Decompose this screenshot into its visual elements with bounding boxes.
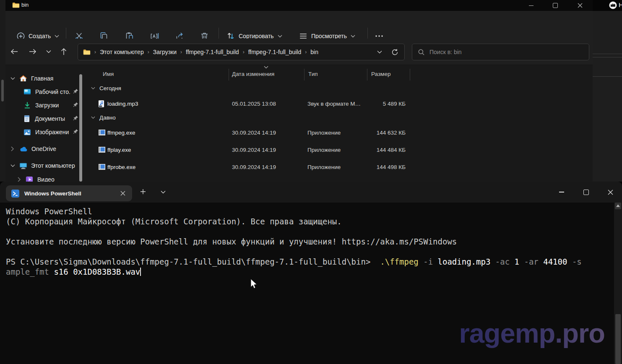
explorer-address-row: › Этот компьютер › Загрузки › ffmpeg-7.1…	[5, 39, 593, 65]
background-window-right	[593, 0, 622, 182]
chevron-down-icon	[351, 35, 355, 38]
pin-icon	[73, 115, 78, 121]
file-row-ffprobe-exe[interactable]: ffprobe.exe 30.09.2024 14:19 Приложение …	[5, 162, 500, 174]
file-date: 05.01.2025 13:08	[232, 101, 276, 107]
file-explorer-window: bin Создать	[5, 0, 593, 182]
terminal-scrollbar[interactable]	[614, 203, 622, 364]
folder-icon	[12, 2, 20, 8]
explorer-close-button[interactable]	[572, 1, 588, 10]
new-tab-button[interactable]	[140, 189, 146, 195]
document-icon	[23, 115, 30, 122]
breadcrumb-separator: ›	[144, 49, 153, 55]
terminal-minimize-button[interactable]	[552, 186, 571, 198]
file-name: ffplay.exe	[107, 147, 131, 153]
file-name: loading.mp3	[107, 101, 138, 107]
explorer-body: Главная Рабочий сто. Загрузки	[5, 65, 593, 182]
terminal-tab-bar: Windows PowerShell	[0, 182, 622, 203]
sidebar-label-desktop: Рабочий сто.	[35, 88, 70, 95]
explorer-minimize-button[interactable]	[523, 1, 539, 10]
up-button[interactable]	[57, 44, 71, 59]
breadcrumb-bin[interactable]: bin	[310, 49, 318, 55]
explorer-tab-strip: bin	[5, 0, 593, 11]
exe-file-icon	[98, 129, 106, 136]
explorer-command-bar: Создать	[5, 11, 593, 39]
terminal-line-update-notice: Установите последнюю версию PowerShell д…	[6, 237, 457, 247]
file-date: 30.09.2024 14:19	[232, 164, 276, 170]
terminal-line-banner2: (C) Корпорация Майкрософт (Microsoft Cor…	[6, 216, 342, 226]
breadcrumb-separator: ›	[91, 49, 100, 55]
file-size: 144 498 КБ	[330, 164, 406, 170]
sidebar-label-documents: Документы	[35, 115, 65, 122]
breadcrumb-separator: ›	[301, 49, 310, 55]
watermark: ragemp.pro	[459, 317, 605, 349]
chevron-down-icon	[91, 87, 95, 90]
breadcrumb-ffmpeg-build[interactable]: ffmpeg-7.1-full_build	[186, 49, 239, 55]
search-box[interactable]	[412, 44, 589, 60]
command-ffmpeg: .\ffmpeg	[375, 257, 419, 266]
explorer-maximize-button[interactable]	[547, 1, 564, 10]
sidebar-item-home[interactable]: Главная	[5, 72, 83, 85]
background-scrollbar-fragment	[1, 80, 4, 101]
scrollbar-thumb[interactable]	[615, 314, 621, 364]
background-titlebar-right: а Н	[593, 0, 622, 11]
terminal-tab-powershell[interactable]: Windows PowerShell	[6, 185, 132, 201]
address-dropdown-chevron[interactable]	[377, 50, 382, 54]
mouse-cursor	[250, 278, 260, 290]
scroll-up-button[interactable]	[615, 203, 621, 209]
file-name: ffprobe.exe	[107, 164, 135, 170]
column-header-size[interactable]: Размер	[371, 70, 390, 78]
prompt-text: PS C:\Users\Sigma\Downloads\ffmpeg-7.1-f…	[6, 257, 375, 266]
column-header-type[interactable]: Тип	[308, 70, 318, 78]
chevron-down-icon	[55, 35, 59, 38]
refresh-icon[interactable]	[391, 49, 398, 56]
desktop-icon	[23, 88, 31, 96]
column-header-name[interactable]: Имя	[103, 70, 114, 78]
file-row-ffmpeg-exe[interactable]: ffmpeg.exe 30.09.2024 14:19 Приложение 1…	[5, 127, 500, 139]
search-input[interactable]	[429, 48, 589, 56]
terminal-tab-title: Windows PowerShell	[24, 190, 81, 197]
terminal-maximize-button[interactable]	[577, 186, 595, 198]
breadcrumb-downloads[interactable]: Загрузки	[153, 49, 177, 55]
group-header-long-ago[interactable]: Давно	[91, 114, 116, 121]
terminal-close-button[interactable]	[601, 186, 619, 198]
file-size: 144 484 КБ	[330, 147, 406, 153]
recent-locations-chevron[interactable]	[42, 44, 56, 59]
tab-close-icon[interactable]	[120, 191, 125, 196]
tab-dropdown-chevron[interactable]	[161, 190, 166, 194]
group-header-today[interactable]: Сегодня	[91, 85, 121, 91]
file-date: 30.09.2024 14:19	[232, 147, 276, 153]
sidebar-item-documents[interactable]: Документы	[5, 112, 83, 125]
folder-icon	[83, 49, 91, 55]
breadcrumb-ffmpeg-build-2[interactable]: ffmpeg-7.1-full_build	[248, 49, 302, 55]
column-header-date[interactable]: Дата изменения	[232, 70, 274, 78]
exe-file-icon	[98, 146, 106, 153]
mp3-file-icon	[98, 100, 104, 108]
chevron-down-icon[interactable]	[10, 77, 15, 80]
back-button[interactable]	[7, 44, 21, 59]
browser-logo-icon[interactable]	[609, 1, 617, 9]
sidebar-item-desktop[interactable]: Рабочий сто.	[5, 86, 83, 98]
forward-button[interactable]	[26, 44, 40, 59]
text-cursor	[140, 268, 141, 276]
terminal-line-banner1: Windows PowerShell	[6, 206, 92, 216]
powershell-icon	[11, 190, 19, 198]
background-window-left-edge	[0, 0, 5, 182]
breadcrumb-this-pc[interactable]: Этот компьютер	[100, 49, 144, 55]
exe-file-icon	[98, 164, 106, 170]
terminal-line-wrapped: ample_fmt s16 0x1D083B3B.wav	[6, 267, 141, 277]
sidebar-label-home: Главная	[31, 75, 53, 82]
chevron-down-icon	[91, 116, 95, 119]
file-date: 30.09.2024 14:19	[232, 130, 276, 136]
explorer-tab-title[interactable]: bin	[21, 2, 29, 8]
file-size: 5 489 КБ	[330, 101, 406, 107]
address-bar[interactable]: › Этот компьютер › Загрузки › ffmpeg-7.1…	[78, 44, 405, 60]
background-letter: Н	[619, 1, 622, 8]
screen: а Н bin	[0, 0, 622, 364]
file-row-loading-mp3[interactable]: loading.mp3 05.01.2025 13:08 Звук в форм…	[5, 99, 500, 110]
terminal-line-prompt: PS C:\Users\Sigma\Downloads\ffmpeg-7.1-f…	[6, 257, 582, 267]
file-row-ffplay-exe[interactable]: ffplay.exe 30.09.2024 14:19 Приложение 1…	[5, 145, 500, 156]
pin-icon	[73, 88, 78, 94]
home-icon	[19, 75, 27, 82]
search-icon	[418, 49, 424, 55]
file-name: ffmpeg.exe	[107, 130, 135, 136]
